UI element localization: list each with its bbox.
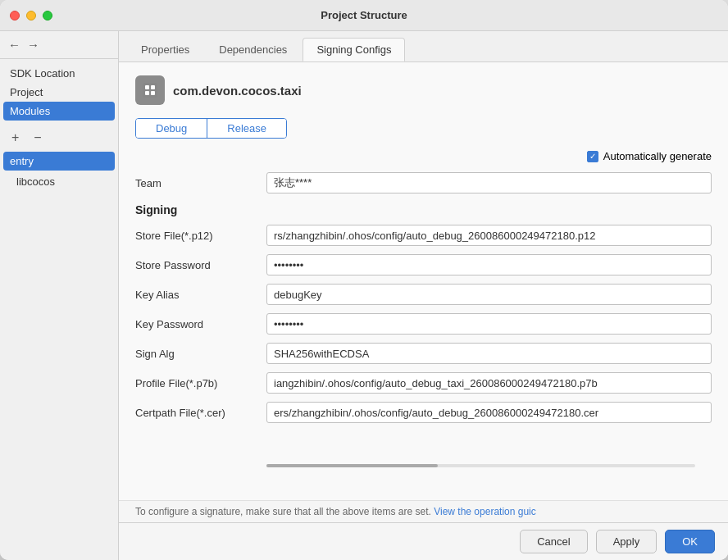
store-password-input[interactable] bbox=[266, 254, 712, 275]
forward-icon[interactable]: → bbox=[27, 38, 39, 52]
team-input[interactable] bbox=[266, 172, 712, 193]
panel-content: com.devon.cocos.taxi Debug Release ✓ Aut… bbox=[119, 62, 728, 500]
back-icon[interactable]: ← bbox=[8, 38, 20, 52]
cancel-button[interactable]: Cancel bbox=[520, 530, 587, 553]
hint-link[interactable]: View the operation guic bbox=[434, 506, 536, 517]
signing-section-title: Signing bbox=[135, 203, 712, 216]
sidebar-item-project[interactable]: Project bbox=[0, 83, 118, 102]
sidebar-toolbar: ← → bbox=[0, 31, 118, 59]
certpath-file-input[interactable] bbox=[266, 402, 712, 423]
window-title: Project Structure bbox=[321, 9, 407, 21]
key-password-label: Key Password bbox=[135, 318, 266, 330]
project-structure-window: Project Structure ← → SDK Location Proje… bbox=[0, 0, 728, 560]
sidebar: ← → SDK Location Project Modules + − bbox=[0, 31, 119, 560]
store-file-input[interactable] bbox=[266, 225, 712, 246]
key-alias-input[interactable] bbox=[266, 284, 712, 305]
svg-rect-1 bbox=[145, 85, 149, 89]
auto-generate-checkbox[interactable]: ✓ bbox=[587, 151, 598, 162]
key-alias-row: Key Alias bbox=[135, 284, 712, 305]
auto-generate-checkbox-container[interactable]: ✓ Automatically generate bbox=[587, 150, 712, 162]
auto-generate-row: ✓ Automatically generate bbox=[135, 150, 712, 162]
main-content: ← → SDK Location Project Modules + − bbox=[0, 31, 728, 560]
module-name: com.devon.cocos.taxi bbox=[173, 84, 302, 98]
key-password-input[interactable] bbox=[266, 313, 712, 335]
hint-bar: To configure a signature, make sure that… bbox=[119, 500, 728, 522]
key-alias-label: Key Alias bbox=[135, 289, 266, 301]
horizontal-scrollbar[interactable] bbox=[266, 464, 695, 467]
store-file-row: Store File(*.p12) bbox=[135, 225, 712, 246]
sidebar-item-modules[interactable]: Modules bbox=[3, 102, 115, 121]
svg-rect-4 bbox=[151, 91, 155, 95]
profile-file-label: Profile File(*.p7b) bbox=[135, 377, 266, 389]
sidebar-item-libcocos[interactable]: libcocos bbox=[0, 172, 118, 191]
sign-alg-input[interactable] bbox=[266, 343, 712, 364]
add-module-button[interactable]: + bbox=[8, 129, 22, 147]
sidebar-item-sdk-location[interactable]: SDK Location bbox=[0, 64, 118, 83]
signing-type-tabs: Debug Release bbox=[135, 118, 287, 139]
svg-rect-0 bbox=[143, 83, 157, 98]
module-header: com.devon.cocos.taxi bbox=[135, 75, 712, 105]
minimize-button[interactable] bbox=[26, 11, 36, 20]
team-label: Team bbox=[135, 177, 266, 189]
tabs-bar: Properties Dependencies Signing Configs bbox=[119, 31, 728, 62]
certpath-file-row: Certpath File(*.cer) bbox=[135, 402, 712, 423]
sign-tab-release[interactable]: Release bbox=[207, 119, 286, 138]
sign-alg-label: Sign Alg bbox=[135, 348, 266, 360]
store-file-label: Store File(*.p12) bbox=[135, 230, 266, 242]
traffic-lights bbox=[10, 11, 52, 20]
maximize-button[interactable] bbox=[43, 11, 52, 20]
close-button[interactable] bbox=[10, 11, 20, 20]
auto-generate-label: Automatically generate bbox=[603, 150, 712, 162]
store-password-row: Store Password bbox=[135, 254, 712, 275]
sign-alg-row: Sign Alg bbox=[135, 343, 712, 364]
remove-module-button[interactable]: − bbox=[30, 129, 44, 147]
key-password-row: Key Password bbox=[135, 313, 712, 335]
tab-dependencies[interactable]: Dependencies bbox=[205, 38, 301, 61]
main-panel: Properties Dependencies Signing Configs bbox=[119, 31, 728, 560]
bottom-buttons: Cancel Apply OK bbox=[520, 530, 715, 553]
apply-button[interactable]: Apply bbox=[596, 530, 657, 553]
svg-rect-2 bbox=[151, 85, 155, 89]
hint-text: To configure a signature, make sure that… bbox=[135, 506, 712, 517]
profile-file-row: Profile File(*.p7b) bbox=[135, 372, 712, 394]
nav-section-top: SDK Location Project Modules bbox=[0, 59, 118, 125]
tab-signing-configs[interactable]: Signing Configs bbox=[303, 38, 405, 61]
certpath-file-label: Certpath File(*.cer) bbox=[135, 407, 266, 419]
titlebar: Project Structure bbox=[0, 0, 728, 31]
sidebar-item-entry[interactable]: entry bbox=[3, 152, 115, 171]
nav-section-modules: + − entry libcocos bbox=[0, 125, 118, 196]
tab-properties[interactable]: Properties bbox=[127, 38, 203, 61]
scrollbar-thumb[interactable] bbox=[266, 464, 438, 467]
svg-rect-3 bbox=[145, 91, 149, 95]
module-icon bbox=[135, 75, 165, 105]
sign-tab-debug[interactable]: Debug bbox=[136, 119, 207, 138]
profile-file-input[interactable] bbox=[266, 372, 712, 394]
ok-button[interactable]: OK bbox=[665, 530, 715, 553]
store-password-label: Store Password bbox=[135, 259, 266, 271]
team-row: Team bbox=[135, 172, 712, 193]
bottom-bar: Cancel Apply OK bbox=[119, 522, 728, 560]
